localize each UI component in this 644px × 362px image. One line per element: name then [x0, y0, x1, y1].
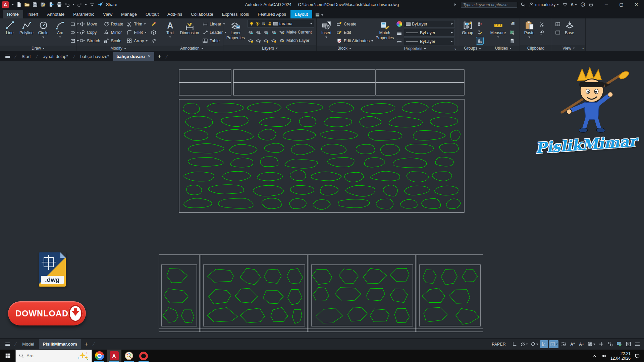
layer-thaw-all-button[interactable] [263, 37, 270, 44]
panel-label-draw[interactable]: Draw [0, 46, 76, 51]
chevron-down-icon[interactable] [77, 32, 79, 34]
help-icon[interactable]: ? [580, 2, 585, 7]
app-store-icon[interactable] [562, 2, 567, 7]
save-as-button[interactable] [40, 2, 46, 7]
ortho-toggle[interactable] [510, 340, 518, 348]
chevron-down-icon[interactable] [77, 23, 79, 26]
hatch-button[interactable] [69, 37, 76, 44]
isodraft-toggle[interactable] [530, 340, 539, 348]
file-tab-menu-button[interactable] [3, 52, 13, 61]
base-button[interactable]: Base [562, 20, 577, 36]
object-color-dropdown[interactable]: ByLayer [404, 20, 455, 28]
group-selection-toggle[interactable] [476, 37, 483, 44]
panel-label-annotation[interactable]: Annotation [160, 46, 223, 51]
object-snap-tracking-toggle[interactable] [540, 340, 548, 348]
tab-collaborate[interactable]: Collaborate [186, 10, 218, 18]
share-label[interactable]: Share [106, 2, 117, 7]
plot-button[interactable] [56, 2, 62, 7]
copy-button[interactable]: Copy [78, 28, 101, 37]
clean-screen-button[interactable] [624, 340, 632, 348]
tab-insert[interactable]: Insert [23, 10, 43, 18]
ungroup-button[interactable] [476, 20, 483, 27]
layer-dropdown[interactable]: tarama [247, 20, 314, 27]
copy-clip-button[interactable] [538, 29, 545, 36]
circle-button[interactable]: Circle [36, 20, 51, 39]
new-file-button[interactable] [16, 2, 22, 7]
edit-block-button[interactable]: Edit [335, 28, 374, 37]
tab-parametric[interactable]: Parametric [69, 10, 99, 18]
chevron-down-icon[interactable] [77, 40, 79, 43]
offset-button[interactable] [150, 37, 157, 44]
stretch-button[interactable]: Stretch [78, 37, 101, 45]
scale-button[interactable]: Scale [103, 37, 124, 45]
layout-tab-model[interactable]: Model [18, 339, 38, 349]
layer-freeze-button[interactable] [263, 28, 270, 36]
array-button[interactable]: Array [125, 37, 149, 45]
text-button[interactable]: AText [162, 20, 178, 39]
tab-manage[interactable]: Manage [117, 10, 141, 18]
make-current-button[interactable]: Make Current [278, 28, 313, 36]
taskbar-chrome[interactable] [92, 350, 107, 362]
save-button[interactable] [32, 2, 38, 7]
new-tab-button[interactable]: + [155, 53, 164, 60]
mirror-button[interactable]: Mirror [103, 28, 124, 37]
dialog-launcher-icon[interactable]: ↘ [454, 47, 457, 50]
account-menu[interactable]: mimarlucky [529, 2, 559, 7]
autodesk-access-menu[interactable]: A [571, 2, 577, 7]
undo-button[interactable] [64, 2, 70, 7]
annotation-monitor-button[interactable] [597, 340, 605, 348]
panel-label-modify[interactable]: Modify [76, 46, 160, 51]
layer-unisolate-button[interactable] [255, 28, 262, 36]
tab-express-tools[interactable]: Express Tools [218, 10, 254, 18]
trim-button[interactable]: Trim [125, 20, 149, 28]
taskbar-search-input[interactable] [26, 353, 67, 358]
workspace-switching-button[interactable] [587, 340, 596, 348]
annotation-autoscale-toggle[interactable]: A+ [578, 340, 586, 348]
panel-label-layers[interactable]: Layers [223, 45, 316, 51]
taskbar-clock[interactable]: 22:21 12.04.2026 [610, 351, 631, 361]
new-layout-button[interactable]: + [82, 341, 91, 348]
tab-view[interactable]: View [99, 10, 117, 18]
dialog-launcher-icon[interactable]: ↘ [581, 47, 584, 50]
file-tab-bahce-havuzu[interactable]: bahçe havuzu* [77, 52, 112, 61]
group-button[interactable]: Group [460, 20, 475, 36]
match-properties-button[interactable]: MatchProperties [374, 20, 395, 41]
panel-label-utilities[interactable]: Utilities [487, 46, 520, 51]
redo-button[interactable] [77, 2, 83, 7]
polar-tracking-toggle[interactable] [519, 340, 529, 348]
file-tab-bahce-duvaru[interactable]: bahçe duvaru✕ [113, 52, 154, 61]
group-edit-button[interactable] [476, 29, 483, 36]
layout-menu-button[interactable] [3, 340, 13, 349]
layout-tab-pislikmimar[interactable]: PislikMimar.com [39, 339, 81, 349]
tab-home[interactable]: Home [3, 10, 23, 18]
panel-label-view[interactable]: View↘ [552, 45, 585, 51]
maximize-button[interactable]: ▢ [614, 0, 629, 9]
edit-attributes-button[interactable]: Edit Attributes [335, 37, 374, 45]
open-from-web-button[interactable] [48, 2, 54, 7]
lineweight-dropdown[interactable]: ByLayer [404, 29, 455, 37]
quick-calculator-button[interactable] [508, 37, 516, 44]
taskbar-autocad[interactable]: A [107, 350, 121, 362]
measure-button[interactable]: Measure [489, 20, 507, 39]
tab-annotate[interactable]: Annotate [43, 10, 69, 18]
tray-exp-icon[interactable] [592, 353, 597, 359]
close-button[interactable]: ✕ [629, 0, 644, 9]
cut-button[interactable] [538, 20, 545, 27]
layer-properties-button[interactable]: LayerProperties [225, 20, 246, 41]
tab-output[interactable]: Output [141, 10, 163, 18]
file-tab-aynali-dolap[interactable]: aynalı dolap* [40, 52, 71, 61]
polyline-button[interactable]: Polyline [19, 20, 34, 36]
start-button[interactable] [0, 350, 15, 362]
create-block-button[interactable]: Create [335, 20, 374, 28]
taskbar-opera[interactable] [136, 350, 151, 362]
volume-icon[interactable] [601, 353, 606, 359]
autocad-logo-button[interactable]: A [2, 1, 9, 8]
selection-cycling-toggle[interactable] [559, 340, 568, 348]
object-snap-toggle[interactable] [549, 340, 558, 348]
linetype-dropdown[interactable]: ByLayer [404, 38, 455, 45]
id-point-button[interactable] [508, 29, 516, 36]
tab-layout[interactable]: Layout [290, 10, 312, 18]
rotate-button[interactable]: Rotate [103, 20, 124, 28]
dimension-button[interactable]: Dimension [179, 20, 200, 36]
explode-button[interactable] [150, 29, 157, 36]
